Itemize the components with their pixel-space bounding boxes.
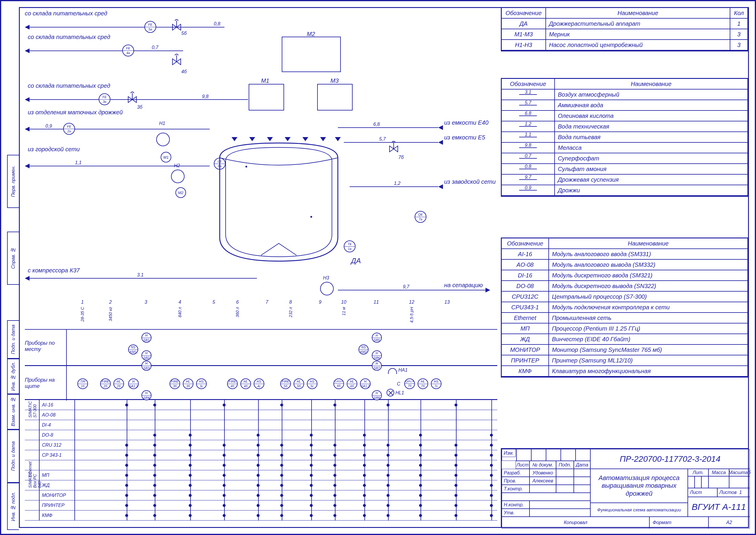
hdr: № докум. (529, 461, 556, 469)
stream-id: 9,7 (403, 284, 409, 290)
td: 1 (730, 18, 748, 29)
pump-n3 (320, 282, 334, 296)
valve-tag: 4б (181, 69, 187, 74)
lamp-icon (387, 389, 394, 396)
stream-label: на сепарацию (444, 282, 483, 289)
td: Аммиачная вода (555, 100, 748, 111)
channel-number: 4 (179, 299, 181, 305)
stream-label: из заводской сети (444, 179, 496, 185)
plc-row: AO-08 (25, 410, 497, 420)
margin-cell: Инв. № подл. (7, 483, 19, 530)
sensor-te1a: TE1а (344, 240, 356, 252)
svg-marker-10 (394, 146, 398, 152)
plc-row: DO-8 (25, 430, 497, 440)
td: М1-М3 (502, 29, 546, 40)
block-m1 (249, 84, 284, 110)
channel-number: 11 (374, 299, 379, 305)
channel-line (155, 400, 155, 521)
bubble-km1: NSKM1 (128, 345, 138, 354)
val: 1 (739, 490, 742, 495)
tag: HL1 (395, 390, 404, 396)
lbl: М1 (163, 155, 169, 159)
td: МП (502, 324, 549, 334)
channel-number: 3 (145, 299, 148, 305)
horn-icon (388, 368, 397, 374)
bubble-qirca7b: QIRCA7б (404, 379, 415, 389)
bubble-hl2b: HL2б (113, 379, 124, 389)
td: КМФ (502, 366, 549, 377)
th: Обозначение (502, 8, 546, 18)
plc-row: Ethernet (25, 460, 497, 470)
channel-value: 11 м (341, 307, 346, 316)
margin-cell: Справ. № (7, 232, 19, 285)
block-label: Н3 (323, 275, 329, 281)
sensor-fe3a: FE3а (99, 93, 110, 105)
bubble-hl7b: HL7б (418, 379, 428, 389)
modules-table: Обозначение Наименование AI-16Модуль ана… (501, 238, 749, 378)
hdr: Разраб. (502, 469, 529, 477)
channel-value: 360 л (235, 307, 240, 317)
stream-label: из емкости Е40 (444, 119, 488, 126)
line (338, 290, 485, 290)
channel-line (311, 400, 312, 521)
td: AO-08 (502, 260, 549, 270)
bubble-hl5b: HL5б (293, 379, 304, 389)
channel-line (127, 400, 127, 521)
th: Наименование (549, 239, 748, 249)
channel-line (258, 400, 259, 521)
channel-value: 28-35 С (80, 307, 85, 322)
bubble-fire2b: FIRE2б (100, 379, 111, 389)
plc-grid: SIMATIC S7-300AI-16AO-08DI-4DO-8CRU 312C… (25, 400, 497, 524)
channel-line (224, 400, 225, 521)
stream-label: со склада питательных сред (28, 82, 104, 89)
td: Дрожжевая суспензия (555, 175, 748, 185)
sensor-fe2a: FE2а (63, 123, 75, 135)
channel-number: 2 (109, 299, 112, 305)
instrument-rows: Приборы по месту Приборы на щите HSB1 NS… (25, 329, 497, 400)
block-label: М2 (307, 31, 315, 38)
bubble-sa12: HSA1.2 (360, 379, 371, 389)
line (338, 127, 438, 128)
svg-point-13 (310, 216, 312, 218)
channel-number: 12 (409, 299, 414, 305)
td: DI-16 (502, 270, 549, 281)
margin-cell: Подп. и дата (7, 430, 19, 483)
sensor-qe7a: QE7а (415, 211, 426, 223)
bubble-sa11: HSA1.1 (128, 379, 139, 389)
td: ПРИНТЕР (502, 355, 549, 366)
channel-number: 6 (236, 299, 239, 305)
td: Мерник (546, 29, 730, 40)
plc-row: КМФ (25, 511, 497, 521)
line (30, 129, 210, 129)
drawing-name: Автоматизация процесса выращивания товар… (590, 469, 688, 503)
block-label: Н1 (159, 121, 165, 126)
channel-line (456, 400, 457, 521)
block-m2 (282, 37, 341, 72)
hdr: Пров. (502, 477, 529, 485)
td: 3 (730, 40, 748, 50)
nozzle-icon (302, 137, 308, 141)
arrow-icon (438, 125, 443, 130)
hdr: Копировал (502, 517, 649, 528)
channel-number: 8 (289, 299, 292, 305)
drawing-sheet: Перв. примен. Справ. № Подп. и дата Инв.… (0, 0, 756, 535)
arrow-icon (25, 97, 30, 102)
hdr: Т.контр. (502, 485, 529, 493)
val: А2 (709, 517, 750, 528)
hdr: Н.контр. (502, 501, 529, 509)
channel-value: 840 л (177, 307, 182, 317)
bubble-sb1: HSB1 (142, 333, 151, 343)
line (344, 142, 438, 143)
th: Обозначение (502, 79, 555, 90)
drawing-code: ПР-220700-117702-3-2014 (590, 449, 750, 469)
td: Модуль дискретного вывода (SN322) (549, 281, 748, 292)
bubble-sb3: HSB3 (142, 361, 151, 371)
drawing-subtitle: Функциональная схема автоматизации (590, 503, 688, 517)
svg-marker-9 (390, 146, 394, 152)
bubble-sb8: HSB8 (372, 390, 382, 400)
svg-marker-7 (132, 97, 136, 102)
hdr: Подп. (556, 461, 574, 469)
bubble-hl6b: HL6б (347, 379, 357, 389)
valve-icon (390, 146, 398, 152)
sensor-fe5a: FE5а (145, 21, 156, 33)
